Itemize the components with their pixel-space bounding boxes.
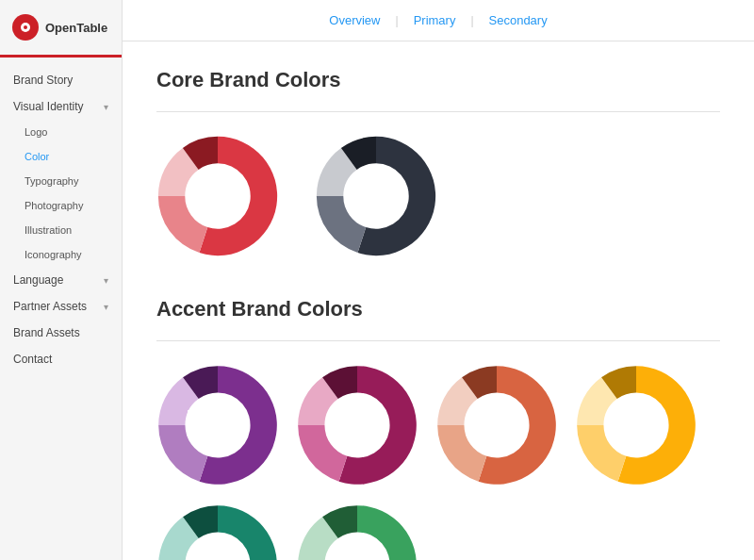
sidebar-item-visual-identity[interactable]: Visual Identity ▾ <box>0 93 122 120</box>
sidebar-logo-text: OpenTable <box>45 21 107 35</box>
topnav-sep-1: | <box>396 14 399 27</box>
content-area: Core Brand Colors Tomato#DA3743Pepper#2D… <box>123 41 754 560</box>
color-card-cabbage: Cabbage#18856B <box>156 503 270 560</box>
donut-wrapper: Tomato#DA3743 <box>156 135 288 267</box>
accent-section: Accent Brand Colors Eggplant#7C2F8ERadis… <box>156 297 720 560</box>
sidebar-logo: OpenTable <box>0 0 122 58</box>
chevron-down-icon: ▾ <box>104 275 108 286</box>
color-card-eggplant: Eggplant#7C2F8E <box>156 364 270 477</box>
topnav-overview[interactable]: Overview <box>329 13 380 27</box>
sidebar-item-brand-assets[interactable]: Brand Assets <box>0 320 122 346</box>
chevron-down-icon: ▾ <box>104 102 108 112</box>
color-card-radish: Radish#971C59 <box>296 364 409 477</box>
accent-color-grid: Eggplant#7C2F8ERadish#971C59Carrot#D8644… <box>156 364 720 560</box>
sidebar-item-color[interactable]: Color <box>0 144 122 169</box>
donut-wrapper: Eggplant#7C2F8E <box>156 364 270 477</box>
sidebar-item-partner-assets[interactable]: Partner Assets ▾ <box>0 293 122 320</box>
accent-section-title: Accent Brand Colors <box>156 297 720 321</box>
core-color-row: Tomato#DA3743Pepper#2D333F <box>156 135 720 267</box>
sidebar-item-typography[interactable]: Typography <box>0 169 122 193</box>
core-divider <box>156 111 720 112</box>
topnav-primary[interactable]: Primary <box>414 13 456 27</box>
chevron-down-icon: ▾ <box>104 302 108 312</box>
sidebar-item-logo[interactable]: Logo <box>0 120 122 144</box>
topnav-sep-2: | <box>470 14 473 27</box>
opentable-logo-icon <box>11 13 40 41</box>
color-card-tomato: Tomato#DA3743 <box>156 135 288 267</box>
donut-wrapper: Radish#971C59 <box>296 364 409 477</box>
sidebar-item-brand-story[interactable]: Brand Story <box>0 67 122 93</box>
top-navigation: Overview | Primary | Secondary <box>123 0 754 41</box>
donut-wrapper: Pepper#2D333F <box>315 135 447 267</box>
color-card-lime: Lime#39A25E <box>296 503 409 560</box>
sidebar-item-contact[interactable]: Contact <box>0 346 122 372</box>
color-card-lemon: Lemon#FDAF08 <box>575 364 688 477</box>
color-card-pepper: Pepper#2D333F <box>315 135 447 267</box>
sidebar-item-iconography[interactable]: Iconography <box>0 242 122 267</box>
main-content: Overview | Primary | Secondary Core Bran… <box>123 0 754 560</box>
donut-wrapper: Lime#39A25E <box>296 503 409 560</box>
svg-point-2 <box>24 25 27 29</box>
sidebar-item-language[interactable]: Language ▾ <box>0 267 122 293</box>
sidebar-item-illustration[interactable]: Illustration <box>0 218 122 242</box>
accent-divider <box>156 340 720 341</box>
sidebar-navigation: Brand Story Visual Identity ▾ Logo Color… <box>0 58 122 560</box>
topnav-secondary[interactable]: Secondary <box>489 13 548 27</box>
core-section-title: Core Brand Colors <box>156 68 720 92</box>
donut-wrapper: Cabbage#18856B <box>156 503 270 560</box>
core-section: Core Brand Colors Tomato#DA3743Pepper#2D… <box>156 68 720 267</box>
donut-wrapper: Carrot#D86441 <box>435 364 549 477</box>
donut-wrapper: Lemon#FDAF08 <box>575 364 688 477</box>
color-card-carrot: Carrot#D86441 <box>435 364 549 477</box>
sidebar-item-photography[interactable]: Photography <box>0 193 122 218</box>
sidebar: OpenTable Brand Story Visual Identity ▾ … <box>0 0 123 560</box>
